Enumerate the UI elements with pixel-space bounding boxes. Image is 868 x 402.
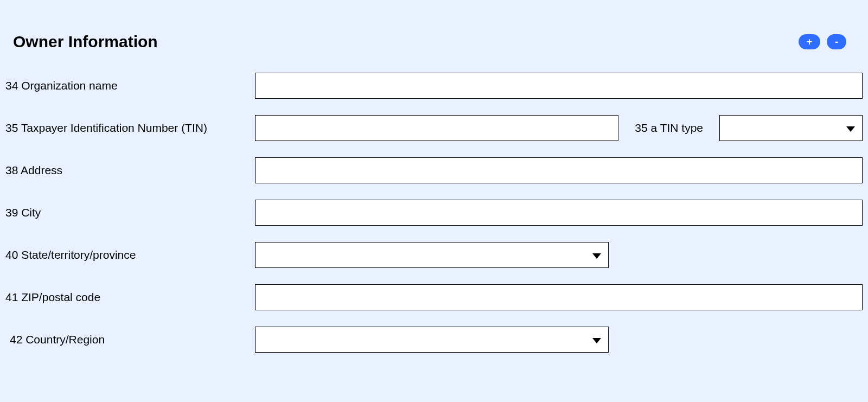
label-state: 40 State/territory/province (5, 248, 255, 261)
state-select[interactable] (255, 242, 609, 268)
country-select[interactable] (255, 327, 609, 353)
tin-type-select-wrap (719, 115, 863, 141)
label-tin: 35 Taxpayer Identification Number (TIN) (5, 122, 255, 135)
tin-type-select[interactable] (719, 115, 863, 141)
add-owner-button[interactable]: + (799, 34, 820, 49)
tin-input[interactable] (255, 115, 618, 141)
city-input[interactable] (255, 200, 863, 226)
label-address: 38 Address (5, 164, 255, 177)
row-zip: 41 ZIP/postal code (5, 284, 863, 310)
label-city: 39 City (5, 206, 255, 219)
label-organization-name: 34 Organization name (5, 79, 255, 92)
remove-owner-button[interactable]: - (827, 34, 846, 49)
row-city: 39 City (5, 200, 863, 226)
add-remove-button-group: + - (799, 34, 846, 49)
address-input[interactable] (255, 157, 863, 183)
label-tin-type: 35 a TIN type (629, 122, 709, 135)
row-tin: 35 Taxpayer Identification Number (TIN) … (5, 115, 863, 141)
label-zip: 41 ZIP/postal code (5, 291, 255, 304)
zip-input[interactable] (255, 284, 863, 310)
country-select-wrap (255, 327, 609, 353)
row-state: 40 State/territory/province (5, 242, 863, 268)
row-organization-name: 34 Organization name (5, 73, 863, 99)
label-country: 42 Country/Region (5, 333, 255, 346)
section-title: Owner Information (13, 33, 158, 51)
organization-name-input[interactable] (255, 73, 863, 99)
row-country: 42 Country/Region (5, 327, 863, 353)
section-header: Owner Information + - (5, 0, 863, 62)
row-address: 38 Address (5, 157, 863, 183)
owner-form: 34 Organization name 35 Taxpayer Identif… (5, 62, 863, 353)
owner-information-section: Owner Information + - 34 Organization na… (0, 0, 868, 380)
state-select-wrap (255, 242, 609, 268)
